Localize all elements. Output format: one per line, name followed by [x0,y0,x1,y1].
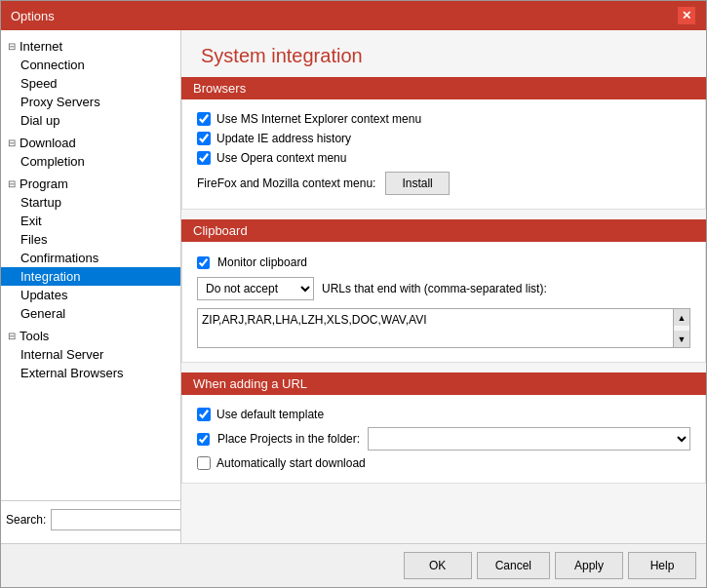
firefox-label: FireFox and Mozilla context menu: [197,176,375,190]
sidebar-item-label: Program [20,176,68,191]
close-button[interactable]: ✕ [677,6,696,25]
sidebar-item-updates[interactable]: Updates [1,286,180,304]
scrollbar-vertical[interactable]: ▲ ▼ [673,309,689,347]
main-content: System integration Browsers Use MS Inter… [181,30,706,543]
browsers-section-body: Use MS Internet Explorer context menu Up… [181,99,706,210]
sidebar-item-exit[interactable]: Exit [1,212,180,230]
dialog-title: Options [11,9,55,23]
opera-context-label: Use Opera context menu [216,151,346,165]
expand-icon: ⊟ [6,331,18,342]
sidebar-item-label: Download [20,136,76,150]
sidebar-item-label: Updates [20,288,67,302]
url-ends-label: URLs that end with (comma-separated list… [322,282,547,295]
sidebar-item-external-browsers[interactable]: External Browsers [1,364,180,382]
ie-context-row: Use MS Internet Explorer context menu [197,109,690,129]
opera-context-checkbox[interactable] [197,151,211,165]
sidebar-item-label: Completion [20,154,85,169]
tree-item-tools: ⊟ Tools Internal Server External Browser… [1,325,180,384]
sidebar-item-label: Dial up [20,113,59,128]
ie-history-row: Update IE address history [197,129,690,148]
sidebar-item-label: Startup [20,195,61,210]
auto-start-label: Automatically start download [216,456,366,470]
sidebar-item-label: External Browsers [20,366,123,380]
sidebar-item-tools[interactable]: ⊟ Tools [1,327,180,345]
expand-icon: ⊟ [6,178,18,190]
install-button[interactable]: Install [385,172,449,195]
sidebar-item-label: Tools [20,329,49,343]
tree-item-download: ⊟ Download Completion [1,132,180,173]
expand-icon: ⊟ [6,137,18,149]
ie-history-label: Update IE address history [216,132,351,145]
when-url-section-body: Use default template Place Projects in t… [181,395,706,484]
page-title: System integration [181,30,706,77]
monitor-clipboard-label: Monitor clipboard [217,255,307,269]
ie-history-checkbox[interactable] [197,132,211,145]
sidebar-item-dial-up[interactable]: Dial up [1,111,180,130]
sidebar-item-integration[interactable]: Integration [1,267,180,286]
footer: OK Cancel Apply Help [1,543,706,587]
dialog-body: ⊟ Internet Connection Speed Proxy Server… [1,30,706,543]
place-projects-checkbox[interactable] [197,433,210,446]
accept-dropdown-row: Do not accept Accept all Ask me URLs tha… [197,273,690,304]
default-template-label: Use default template [216,408,324,421]
sidebar-item-label: Confirmations [20,251,98,265]
auto-start-checkbox[interactable] [197,456,211,470]
folder-dropdown[interactable] [368,427,690,451]
search-label: Search: [6,513,46,527]
sidebar-item-label: Integration [20,269,80,284]
options-dialog: Options ✕ ⊟ Internet Connection Speed Pr… [0,0,707,588]
ok-button[interactable]: OK [404,552,472,579]
sidebar-item-completion[interactable]: Completion [1,152,180,171]
opera-context-row: Use Opera context menu [197,148,690,168]
sidebar-item-internet[interactable]: ⊟ Internet [1,37,180,56]
title-bar: Options ✕ [1,1,706,30]
accept-dropdown[interactable]: Do not accept Accept all Ask me [197,277,314,300]
cancel-button[interactable]: Cancel [477,552,550,579]
url-input[interactable]: ZIP,ARJ,RAR,LHA,LZH,XLS,DOC,WAV,AVI [202,313,670,340]
sidebar-item-label: General [20,306,65,321]
default-template-row: Use default template [197,405,690,424]
sidebar-item-general[interactable]: General [1,304,180,323]
place-projects-label: Place Projects in the folder: [217,432,360,446]
sidebar-item-program[interactable]: ⊟ Program [1,175,180,193]
auto-start-row: Automatically start download [197,453,690,473]
tree-item-internet: ⊟ Internet Connection Speed Proxy Server… [1,35,180,132]
default-template-checkbox[interactable] [197,408,211,421]
ie-context-label: Use MS Internet Explorer context menu [216,112,421,126]
tree-item-program: ⊟ Program Startup Exit Files Confirmatio… [1,173,180,325]
url-input-container: ZIP,ARJ,RAR,LHA,LZH,XLS,DOC,WAV,AVI ▲ ▼ [197,308,690,348]
sidebar-item-files[interactable]: Files [1,230,180,249]
sidebar-item-speed[interactable]: Speed [1,74,180,93]
sidebar-item-label: Connection [20,58,85,72]
sidebar-item-connection[interactable]: Connection [1,56,180,74]
sidebar-item-label: Proxy Servers [20,95,100,109]
sidebar-item-internal-server[interactable]: Internal Server [1,345,180,364]
sidebar-item-label: Exit [20,214,42,228]
monitor-clipboard-checkbox[interactable] [197,256,210,269]
place-projects-row: Place Projects in the folder: [197,424,690,453]
clipboard-section-header: Clipboard [181,219,706,242]
scroll-down-button[interactable]: ▼ [674,331,689,347]
sidebar-item-label: Internal Server [20,347,103,362]
sidebar-item-download[interactable]: ⊟ Download [1,134,180,152]
ie-context-checkbox[interactable] [197,112,211,126]
sidebar-item-proxy-servers[interactable]: Proxy Servers [1,93,180,111]
sidebar-item-confirmations[interactable]: Confirmations [1,249,180,267]
firefox-row: FireFox and Mozilla context menu: Instal… [197,168,690,199]
sidebar-item-startup[interactable]: Startup [1,193,180,212]
sidebar-item-label: Internet [20,39,62,54]
sidebar: ⊟ Internet Connection Speed Proxy Server… [1,30,181,543]
scroll-up-button[interactable]: ▲ [674,309,689,326]
search-input[interactable] [51,509,181,530]
monitor-clipboard-row: Monitor clipboard [197,252,690,273]
help-button[interactable]: Help [628,552,696,579]
browsers-section-header: Browsers [181,77,706,99]
search-bar: Search: [1,500,180,538]
when-url-section-header: When adding a URL [181,372,706,395]
sidebar-item-label: Speed [20,76,58,91]
expand-icon: ⊟ [6,41,18,53]
sidebar-item-label: Files [20,232,47,247]
clipboard-section-body: Monitor clipboard Do not accept Accept a… [181,242,706,363]
apply-button[interactable]: Apply [555,552,623,579]
